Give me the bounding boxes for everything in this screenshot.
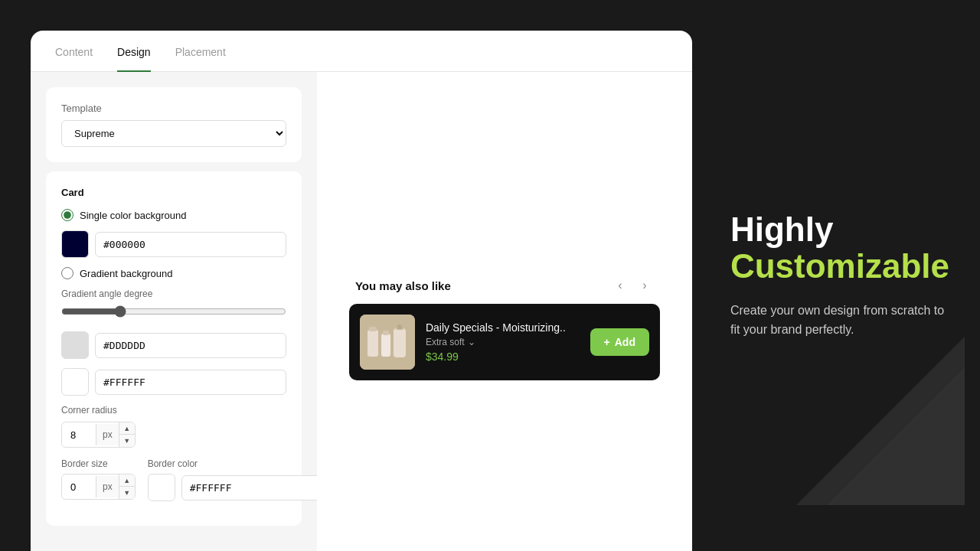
product-price: $34.99 (426, 350, 580, 363)
corner-radius-row: px ▲ ▼ (61, 422, 286, 448)
hero-description: Create your own design from scratch to f… (730, 301, 949, 340)
product-variant: Extra soft ⌄ (426, 337, 580, 347)
corner-radius-stepper: ▲ ▼ (119, 422, 135, 447)
svg-rect-3 (381, 334, 390, 357)
prev-arrow[interactable]: ‹ (611, 276, 629, 295)
corner-radius-label: Corner radius (61, 405, 286, 416)
svg-rect-2 (369, 327, 377, 331)
single-color-row: Single color background (61, 209, 286, 221)
gradient-color2-swatch[interactable] (61, 368, 89, 396)
border-color-swatch[interactable] (148, 474, 175, 501)
gradient-slider-container (61, 305, 286, 321)
gradient-color2-input[interactable] (95, 370, 286, 395)
single-color-input[interactable] (95, 232, 286, 257)
corner-radius-input[interactable] (62, 424, 96, 446)
svg-rect-4 (383, 331, 389, 335)
border-size-up[interactable]: ▲ (119, 474, 135, 487)
single-color-label[interactable]: Single color background (80, 210, 186, 221)
corner-radius-down[interactable]: ▼ (119, 435, 135, 447)
product-name: Daily Specials - Moisturizing.. (426, 321, 580, 334)
border-size-input[interactable] (62, 476, 96, 498)
gradient-color1-input[interactable] (95, 333, 286, 358)
tab-content[interactable]: Content (55, 31, 93, 72)
gradient-color1-swatch[interactable] (61, 331, 89, 359)
border-color-col: Border color (148, 458, 317, 510)
product-card: Daily Specials - Moisturizing.. Extra so… (349, 304, 660, 380)
border-size-down[interactable]: ▼ (119, 487, 135, 499)
add-to-cart-button[interactable]: + Add (590, 328, 649, 356)
card-section: Card Single color background Gradient ba… (46, 171, 302, 526)
single-color-swatch[interactable] (61, 230, 89, 258)
right-panel: Highly Customizable Create your own desi… (692, 0, 980, 551)
settings-panel: Template Supreme Card Single color backg… (31, 72, 317, 551)
gradient-label[interactable]: Gradient background (80, 268, 172, 279)
product-image (360, 315, 415, 370)
gradient-radio[interactable] (61, 267, 74, 279)
nav-arrows: ‹ › (611, 276, 654, 295)
svg-rect-5 (394, 328, 406, 357)
widget-title: You may also like (355, 279, 451, 292)
main-content: Template Supreme Card Single color backg… (31, 72, 692, 551)
single-color-input-row (61, 230, 286, 258)
border-color-input[interactable] (181, 475, 317, 500)
tab-placement[interactable]: Placement (175, 31, 226, 72)
border-size-group: px ▲ ▼ (61, 474, 136, 500)
gradient-angle-label: Gradient angle degree (61, 289, 286, 299)
template-label: Template (61, 103, 286, 114)
template-select[interactable]: Supreme (61, 120, 286, 147)
corner-radius-unit: px (96, 424, 119, 445)
preview-area: You may also like ‹ › (317, 72, 692, 551)
svg-marker-9 (827, 367, 965, 505)
single-color-radio[interactable] (61, 209, 74, 221)
border-color-row (148, 474, 317, 501)
triangle-decoration (796, 337, 965, 505)
gradient-row: Gradient background (61, 267, 286, 279)
gradient-angle-slider[interactable] (61, 305, 286, 318)
corner-radius-group: px ▲ ▼ (61, 422, 136, 448)
widget-container: You may also like ‹ › (340, 264, 669, 390)
product-info: Daily Specials - Moisturizing.. Extra so… (426, 321, 580, 363)
tab-design[interactable]: Design (117, 31, 151, 72)
variant-chevron[interactable]: ⌄ (468, 337, 475, 347)
svg-rect-1 (368, 330, 378, 357)
hero-title-line2: Customizable (730, 248, 949, 285)
next-arrow[interactable]: › (635, 276, 654, 295)
svg-point-7 (397, 324, 402, 329)
border-size-unit: px (96, 476, 119, 497)
plus-icon: + (604, 336, 610, 348)
left-panel: Content Design Placement Template Suprem… (31, 31, 692, 551)
add-btn-label: Add (615, 336, 635, 348)
gradient-color1-row (61, 331, 286, 359)
corner-radius-up[interactable]: ▲ (119, 422, 135, 435)
hero-title: Highly Customizable (730, 211, 949, 285)
hero-title-line1: Highly (730, 211, 949, 248)
border-size-stepper: ▲ ▼ (119, 474, 135, 499)
product-image-svg (360, 315, 415, 370)
tabs: Content Design Placement (31, 31, 692, 72)
gradient-color2-row (61, 368, 286, 396)
border-color-label: Border color (148, 458, 317, 469)
template-section: Template Supreme (46, 87, 302, 162)
border-size-col: Border size px ▲ ▼ (61, 458, 136, 510)
border-row: Border size px ▲ ▼ Border color (61, 458, 286, 510)
border-size-label: Border size (61, 458, 136, 469)
card-title: Card (61, 187, 286, 198)
widget-header: You may also like ‹ › (340, 264, 669, 304)
